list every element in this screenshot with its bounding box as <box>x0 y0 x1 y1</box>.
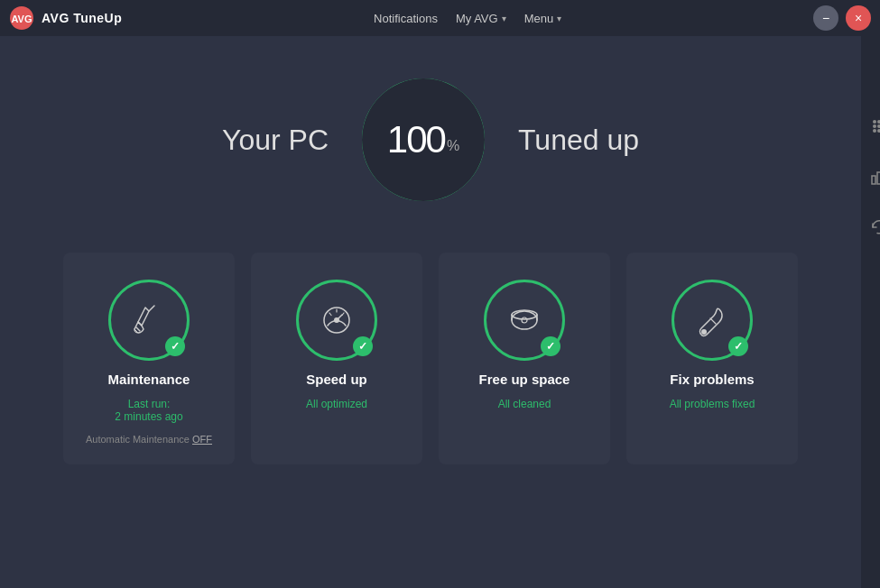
maintenance-icon-circle: ✓ <box>108 280 190 361</box>
speedometer-icon <box>317 300 357 340</box>
svg-line-8 <box>342 313 344 316</box>
score-circle: 100 % <box>356 72 491 207</box>
dots-grid-icon <box>869 116 880 136</box>
score-suffix: Tuned up <box>518 124 639 157</box>
main-layout: Your PC 100 % Tuned up <box>0 36 880 588</box>
speedup-check-badge: ✓ <box>353 336 373 356</box>
cards-section: ✓ Maintenance Last run: 2 minutes ago Au… <box>0 253 861 464</box>
maintenance-card[interactable]: ✓ Maintenance Last run: 2 minutes ago Au… <box>63 253 235 464</box>
wrench-icon <box>692 300 732 340</box>
my-avg-nav[interactable]: My AVG ▾ <box>456 12 506 25</box>
titlebar: AVG AVG TuneUp Notifications My AVG ▾ Me… <box>0 0 880 36</box>
freespace-check-badge: ✓ <box>541 336 560 356</box>
fixproblems-check-badge: ✓ <box>728 336 748 356</box>
fixproblems-icon-circle: ✓ <box>672 280 753 361</box>
svg-point-10 <box>512 311 537 329</box>
maintenance-sub: Automatic Maintenance OFF <box>86 434 212 445</box>
maintenance-off-link[interactable]: OFF <box>192 434 212 445</box>
bar-chart-icon <box>869 167 880 187</box>
right-sidebar <box>861 36 880 588</box>
chart-icon-button[interactable] <box>861 159 880 195</box>
svg-point-16 <box>702 330 706 334</box>
my-avg-chevron-icon: ▾ <box>502 14 506 23</box>
freespace-card[interactable]: ✓ Free up space All cleaned <box>439 253 610 464</box>
titlebar-controls: − × <box>813 5 871 31</box>
svg-point-6 <box>335 318 338 322</box>
disk-icon <box>505 300 544 340</box>
notifications-nav[interactable]: Notifications <box>374 12 438 25</box>
titlebar-left: AVG AVG TuneUp <box>9 5 122 31</box>
app-title: AVG TuneUp <box>42 11 122 25</box>
refresh-icon-button[interactable] <box>861 209 880 245</box>
svg-text:AVG: AVG <box>11 14 32 24</box>
maintenance-status: Last run: 2 minutes ago <box>115 398 182 423</box>
avg-logo-icon: AVG <box>9 5 34 31</box>
minimize-button[interactable]: − <box>813 5 838 31</box>
speedup-icon-circle: ✓ <box>296 280 377 361</box>
svg-point-17 <box>873 120 876 124</box>
score-percent: % <box>447 138 459 154</box>
menu-nav[interactable]: Menu ▾ <box>524 12 562 25</box>
fixproblems-title: Fix problems <box>670 372 754 387</box>
score-section: Your PC 100 % Tuned up <box>222 72 639 207</box>
score-prefix: Your PC <box>222 124 329 157</box>
svg-point-23 <box>873 129 876 133</box>
fixproblems-status: All problems fixed <box>670 398 755 410</box>
speedup-title: Speed up <box>306 372 367 387</box>
menu-chevron-icon: ▾ <box>557 14 561 23</box>
svg-point-14 <box>522 317 527 323</box>
svg-line-15 <box>710 318 716 324</box>
broom-icon <box>129 300 169 340</box>
score-inner: 100 % <box>362 78 485 201</box>
main-content: Your PC 100 % Tuned up <box>0 36 861 588</box>
score-number: 100 <box>387 118 445 161</box>
refresh-icon <box>869 217 880 237</box>
maintenance-title: Maintenance <box>108 372 190 387</box>
freespace-title: Free up space <box>479 372 570 387</box>
speedup-card[interactable]: ✓ Speed up All optimized <box>251 253 422 464</box>
speedup-status: All optimized <box>306 398 367 410</box>
maintenance-check-badge: ✓ <box>165 336 185 356</box>
svg-line-9 <box>329 313 331 316</box>
fixproblems-card[interactable]: ✓ Fix problems All problems fixed <box>626 253 798 464</box>
titlebar-nav: Notifications My AVG ▾ Menu ▾ <box>374 12 561 25</box>
freespace-status: All cleaned <box>498 398 551 410</box>
svg-rect-26 <box>872 176 875 184</box>
close-button[interactable]: × <box>846 5 871 31</box>
freespace-icon-circle: ✓ <box>484 280 565 361</box>
grid-icon-button[interactable] <box>861 108 880 144</box>
svg-point-20 <box>873 124 876 128</box>
